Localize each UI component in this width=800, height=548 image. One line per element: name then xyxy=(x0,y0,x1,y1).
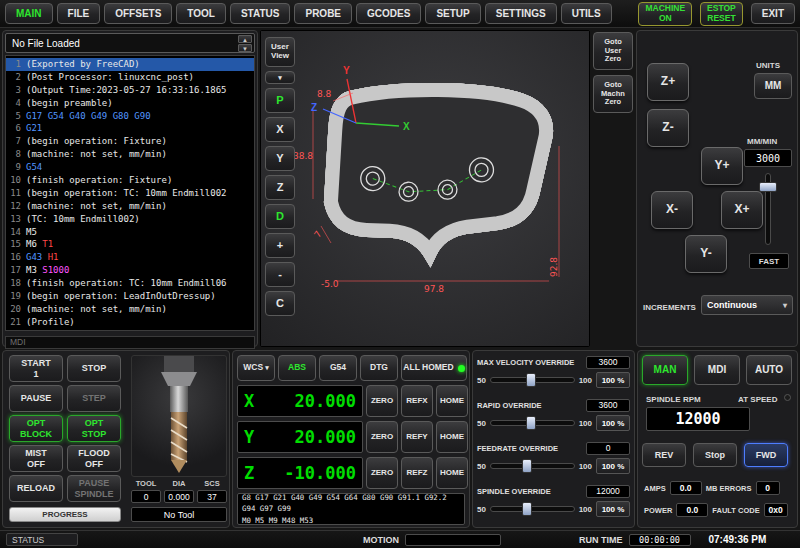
jog-z-minus-button[interactable]: Z- xyxy=(647,109,689,147)
file-combo-spinner[interactable]: ▲▼ xyxy=(238,35,252,52)
jog-z-plus-button[interactable]: Z+ xyxy=(647,63,689,101)
jog-y-minus-button[interactable]: Y- xyxy=(685,235,727,273)
override-value: 3600 xyxy=(586,399,630,412)
menu-item-settings[interactable]: SETTINGS xyxy=(485,3,557,24)
optional-stop-button[interactable]: OPT STOP xyxy=(67,415,121,442)
override-slider-handle[interactable] xyxy=(526,416,536,430)
wcs-button[interactable]: WCS▾ xyxy=(237,355,275,381)
menu-item-gcodes[interactable]: GCODES xyxy=(356,3,421,24)
ref-y-button[interactable]: REFY xyxy=(401,421,433,453)
gcode-token: (begin operation: Fixture) xyxy=(26,135,167,148)
jog-panel: Z+ Z- Y+ X- X+ Y- UNITS MM MM/MIN 3000 F… xyxy=(636,30,798,347)
dtg-button[interactable]: DTG xyxy=(360,355,398,381)
goto-machine-zero-button[interactable]: Goto Machn Zero xyxy=(593,75,633,113)
override-slider-handle[interactable] xyxy=(522,502,532,516)
zoom-out-button[interactable]: - xyxy=(265,262,295,287)
menu-item-file[interactable]: FILE xyxy=(57,3,101,24)
line-number: 1 xyxy=(6,58,21,71)
spindle-fwd-button[interactable]: FWD xyxy=(744,443,788,467)
spin-down-icon[interactable]: ▼ xyxy=(238,44,252,52)
menu-item-main[interactable]: MAIN xyxy=(5,3,53,24)
override-slider[interactable] xyxy=(490,420,575,426)
optional-block-button[interactable]: OPT BLOCK xyxy=(9,415,63,442)
stop-button[interactable]: STOP xyxy=(67,355,121,382)
increments-combo[interactable]: Continuous ▾ xyxy=(701,295,793,315)
abs-button[interactable]: ABS xyxy=(278,355,316,381)
menu-item-status[interactable]: STATUS xyxy=(230,3,291,24)
view-perspective-button[interactable]: P xyxy=(265,88,295,113)
gcode-line: 1(Exported by FreeCAD) xyxy=(6,58,254,71)
override-percent: 100 % xyxy=(596,501,630,517)
g54-button[interactable]: G54 xyxy=(319,355,357,381)
mdi-mode-button[interactable]: MDI xyxy=(694,355,740,385)
home-x-button[interactable]: HOME xyxy=(436,385,468,417)
file-combo[interactable]: No File Loaded ▲▼ xyxy=(5,33,255,53)
menu-item-setup[interactable]: SETUP xyxy=(425,3,480,24)
gcode-editor[interactable]: 1(Exported by FreeCAD)2(Post Processor: … xyxy=(5,55,255,331)
zoom-in-button[interactable]: + xyxy=(265,233,295,258)
override-slider[interactable] xyxy=(490,377,575,383)
spin-up-icon[interactable]: ▲ xyxy=(238,35,252,43)
feed-rate-label: MM/MIN xyxy=(747,137,777,146)
pause-spindle-button[interactable]: PAUSE SPINDLE xyxy=(67,475,121,502)
ref-x-button[interactable]: REFX xyxy=(401,385,433,417)
override-header: SPINDLE OVERRIDE12000 xyxy=(477,483,630,499)
view-x-button[interactable]: X xyxy=(265,117,295,142)
jog-speed-slider[interactable] xyxy=(765,173,771,245)
jog-y-plus-button[interactable]: Y+ xyxy=(701,147,743,185)
overrides-panel: MAX VELOCITY OVERRIDE360050100100 %RAPID… xyxy=(472,350,635,528)
jog-speed-slider-handle[interactable] xyxy=(759,182,777,192)
view-clear-button[interactable]: C xyxy=(265,291,295,316)
menu-item-utils[interactable]: UTILS xyxy=(561,3,612,24)
menu-item-tool[interactable]: TOOL xyxy=(176,3,226,24)
all-homed-button[interactable]: ALL HOMED xyxy=(401,355,467,381)
menu-item-offsets[interactable]: OFFSETS xyxy=(104,3,172,24)
toolpath-preview[interactable]: X Y Z 8.8 38.8 7 -5.0 97.8 92.8 User Vie… xyxy=(260,30,590,347)
override-slider-handle[interactable] xyxy=(522,459,532,473)
exit-button[interactable]: EXIT xyxy=(751,3,795,24)
ref-z-button[interactable]: REFZ xyxy=(401,457,433,489)
spindle-stop-button[interactable]: Stop xyxy=(693,443,737,467)
override-slider[interactable] xyxy=(490,463,575,469)
units-button[interactable]: MM xyxy=(754,73,792,99)
pause-button[interactable]: PAUSE xyxy=(9,385,63,412)
goto-user-zero-button[interactable]: Goto User Zero xyxy=(593,32,633,70)
zero-y-button[interactable]: ZERO xyxy=(366,421,398,453)
view-dimensions-button[interactable]: D xyxy=(265,204,295,229)
home-y-button[interactable]: HOME xyxy=(436,421,468,453)
tool-scs-label: SCS xyxy=(204,479,219,488)
zero-z-button[interactable]: ZERO xyxy=(366,457,398,489)
auto-mode-button[interactable]: AUTO xyxy=(746,355,792,385)
menu-item-probe[interactable]: PROBE xyxy=(294,3,352,24)
reload-button[interactable]: RELOAD xyxy=(9,475,63,502)
zero-x-button[interactable]: ZERO xyxy=(366,385,398,417)
manual-mode-button[interactable]: MAN xyxy=(642,355,688,385)
mdi-input[interactable] xyxy=(5,336,255,349)
jog-x-plus-button[interactable]: X+ xyxy=(721,191,763,229)
override-slider-row: 50100100 % xyxy=(477,413,630,433)
gcode-line: 8(machine: not set, mm/min) xyxy=(6,148,254,161)
override-slider-handle[interactable] xyxy=(526,373,536,387)
user-view-button[interactable]: User View xyxy=(265,37,295,67)
increments-value: Continuous xyxy=(707,300,757,310)
view-dropdown-button[interactable]: ▾ xyxy=(265,71,295,84)
spindle-rev-button[interactable]: REV xyxy=(642,443,686,467)
slider-min-label: 50 xyxy=(477,419,486,428)
top-menubar: MAINFILEOFFSETSTOOLSTATUSPROBEGCODESSETU… xyxy=(0,0,800,28)
view-z-button[interactable]: Z xyxy=(265,175,295,200)
mist-button[interactable]: MIST OFF xyxy=(9,445,63,472)
gcode-line: 10(finish operation: Fixture) xyxy=(6,174,254,187)
flood-button[interactable]: FLOOD OFF xyxy=(67,445,121,472)
view-y-button[interactable]: Y xyxy=(265,146,295,171)
home-z-button[interactable]: HOME xyxy=(436,457,468,489)
gcode-token: (finish operation: TC: 10mm Endmill06 xyxy=(26,277,226,290)
jog-x-minus-button[interactable]: X- xyxy=(651,191,693,229)
machine-on-button[interactable]: MACHINE ON xyxy=(638,2,692,26)
step-button[interactable]: STEP xyxy=(67,385,121,412)
gcode-token: G43 xyxy=(26,251,48,264)
override-slider[interactable] xyxy=(490,506,575,512)
line-number: 15 xyxy=(6,238,21,251)
estop-reset-button[interactable]: ESTOP RESET xyxy=(700,2,743,26)
cycle-start-button[interactable]: START 1 xyxy=(9,355,63,382)
spindle-direction-row: REV Stop FWD xyxy=(642,443,788,467)
